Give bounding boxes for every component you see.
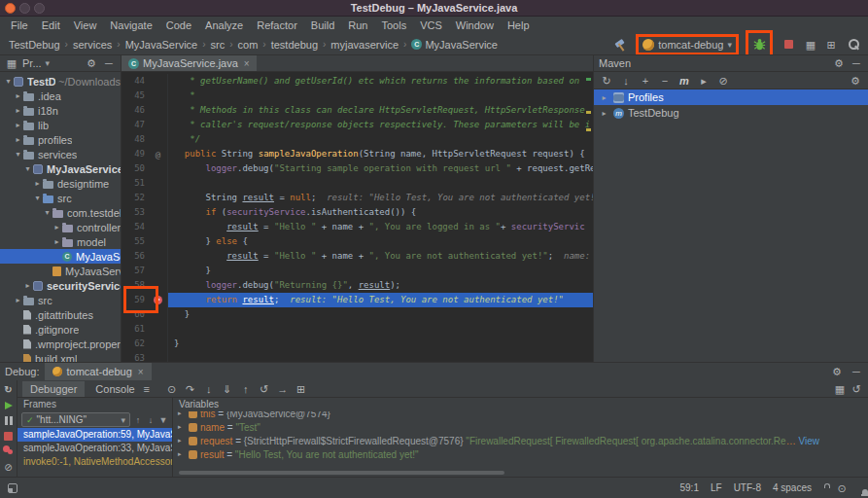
code-line-46[interactable]: 46 * Methods in this class can declare H… — [122, 103, 593, 118]
tree-item-src[interactable]: ▸src — [0, 293, 121, 307]
run-config-select[interactable]: tomcat-debug ▾ — [639, 37, 736, 53]
tree-item-com-testdebug-myjavaservice[interactable]: ▾com.testdebug.myjavaservice — [0, 205, 121, 220]
maven-settings-icon[interactable]: ⚙ — [849, 74, 862, 88]
execute-maven-goal-icon[interactable]: m — [677, 74, 691, 88]
code-line-63[interactable]: 63 — [122, 351, 593, 362]
gutter[interactable] — [149, 264, 168, 278]
gutter[interactable] — [149, 191, 168, 205]
tree-expand-arrow-icon[interactable]: ▾ — [3, 77, 14, 86]
tab-debugger[interactable]: Debugger — [22, 381, 85, 397]
code-line-52[interactable]: 52 String result = null; result: "Hello … — [122, 191, 593, 205]
maven-item-testdebug[interactable]: ▸mTestDebug — [594, 105, 868, 121]
tree-item-controller[interactable]: ▸controller — [0, 220, 121, 234]
tree-expand-arrow-icon[interactable]: ▸ — [13, 296, 23, 304]
code-line-48[interactable]: 48 */ — [122, 132, 593, 147]
maven-item-profiles[interactable]: ▸Profiles — [594, 89, 868, 105]
gear-icon[interactable]: ⚙ — [832, 56, 846, 70]
resume-button[interactable] — [2, 399, 16, 411]
menu-item-view[interactable]: View — [67, 18, 104, 33]
annotation-gutter-icon[interactable]: @ — [149, 147, 168, 161]
caret-position[interactable]: 59:1 — [679, 482, 698, 493]
code-line-53[interactable]: 53 if (securityService.isAuthenticated()… — [122, 205, 593, 220]
close-icon[interactable]: × — [244, 58, 250, 69]
tree-item-myjavaservice[interactable]: CMyJavaService — [0, 249, 121, 264]
expand-arrow-icon[interactable]: ▸ — [178, 437, 186, 445]
tool-windows-icon[interactable]: ⊞ — [824, 38, 838, 52]
next-frame-icon[interactable]: ↓ — [146, 415, 156, 425]
show-execution-point-icon[interactable]: ⊙ — [164, 382, 180, 396]
tree-item-wmproject-properties[interactable]: .wmproject.properties — [0, 337, 121, 351]
editor-tab[interactable]: C MyJavaService.java × — [122, 55, 257, 71]
skip-tests-icon[interactable]: ⊘ — [716, 74, 730, 88]
gutter[interactable] — [149, 322, 168, 337]
frame-item[interactable]: sampleJavaOperation:33, MyJavaService — [17, 442, 172, 455]
tree-item-gitignore[interactable]: .gitignore — [0, 322, 121, 337]
gutter[interactable] — [149, 234, 168, 249]
code-line-50[interactable]: 50 logger.debug("Starting sample operati… — [122, 161, 593, 176]
breadcrumb-myjavaservice[interactable]: CMyJavaService — [408, 39, 501, 51]
tree-item-build-xml[interactable]: build.xml — [0, 351, 121, 362]
add-icon[interactable]: + — [639, 74, 652, 88]
hide-panel-icon[interactable]: ─ — [850, 365, 863, 378]
run-to-cursor-icon[interactable]: → — [275, 382, 291, 396]
build-button[interactable] — [611, 36, 629, 53]
gutter[interactable] — [149, 337, 168, 351]
breadcrumb-testdebug[interactable]: TestDebug — [6, 39, 63, 51]
code-line-61[interactable]: 61 — [122, 322, 593, 337]
tree-item-securityservice[interactable]: ▸securityService — [0, 278, 121, 293]
prev-frame-icon[interactable]: ↑ — [133, 415, 143, 425]
code-line-55[interactable]: 55 } else { — [122, 234, 593, 249]
code-line-47[interactable]: 47 * caller's request/response objects r… — [122, 118, 593, 132]
tree-expand-arrow-icon[interactable]: ▸ — [13, 135, 23, 144]
frame-item[interactable]: invoke0:-1, NativeMethodAccessorImpl — [17, 455, 172, 469]
tree-expand-arrow-icon[interactable]: ▸ — [13, 106, 23, 115]
gutter[interactable] — [149, 118, 168, 132]
file-encoding[interactable]: UTF-8 — [734, 482, 761, 493]
tree-item-services[interactable]: ▾services — [0, 147, 121, 161]
download-sources-icon[interactable]: ↓ — [619, 74, 633, 88]
tool-grid-icon[interactable]: ▦ — [804, 38, 817, 52]
code-line-62[interactable]: 62} — [122, 337, 593, 351]
gutter[interactable] — [149, 176, 168, 191]
pause-button[interactable] — [2, 414, 16, 427]
hide-panel-icon[interactable]: ─ — [850, 56, 863, 70]
tree-expand-arrow-icon[interactable]: ▸ — [22, 281, 33, 290]
expand-arrow-icon[interactable]: ▸ — [178, 450, 186, 458]
gutter[interactable] — [149, 205, 168, 220]
gutter[interactable] — [149, 89, 168, 103]
breakpoint-gutter[interactable] — [149, 293, 168, 307]
project-views-icon[interactable]: ▦ — [5, 56, 18, 70]
gutter[interactable] — [149, 161, 168, 176]
rerun-icon[interactable]: ↻ — [2, 383, 16, 396]
tree-expand-arrow-icon[interactable]: ▾ — [42, 208, 52, 217]
menu-item-file[interactable]: File — [4, 18, 35, 33]
hide-panel-icon[interactable]: ─ — [102, 56, 116, 70]
project-panel-title[interactable]: Pr... — [22, 57, 42, 69]
menu-item-vcs[interactable]: VCS — [413, 18, 449, 33]
debug-session-tab[interactable]: tomcat-debug × — [45, 363, 151, 380]
debug-button[interactable] — [750, 36, 768, 53]
code-line-60[interactable]: 60 } — [122, 307, 593, 322]
breadcrumb-src[interactable]: src — [208, 39, 228, 51]
tree-item-designtime[interactable]: ▸designtime — [0, 176, 121, 191]
code-line-45[interactable]: 45 * — [122, 89, 593, 103]
breadcrumb-testdebug[interactable]: testdebug — [268, 39, 321, 51]
tree-expand-arrow-icon[interactable]: ▾ — [22, 164, 33, 173]
run-maven-build-icon[interactable]: ▸ — [697, 74, 711, 88]
line-separator[interactable]: LF — [711, 482, 722, 493]
view-link[interactable]: View — [796, 436, 819, 446]
horizontal-scrollbar[interactable] — [179, 471, 504, 475]
search-everywhere-button[interactable] — [845, 36, 862, 53]
variable-row[interactable]: ▸result = "Hello Test, You are not authe… — [173, 447, 868, 461]
menu-item-build[interactable]: Build — [304, 18, 341, 33]
tree-expand-arrow-icon[interactable]: ▸ — [13, 121, 23, 129]
code-line-57[interactable]: 57 } — [122, 264, 593, 278]
menu-item-window[interactable]: Window — [449, 18, 501, 33]
code-line-59[interactable]: 59 return result; result: "Hello Test, Y… — [122, 293, 593, 307]
tree-item-myjavaservice-xml[interactable]: MyJavaService.xml — [0, 264, 121, 278]
tree-expand-arrow-icon[interactable]: ▸ — [13, 91, 23, 100]
menu-item-edit[interactable]: Edit — [35, 18, 67, 33]
gutter[interactable] — [149, 307, 168, 322]
toolwindow-toggle-icon[interactable] — [8, 483, 17, 493]
collapse-all-icon[interactable]: − — [658, 74, 672, 88]
